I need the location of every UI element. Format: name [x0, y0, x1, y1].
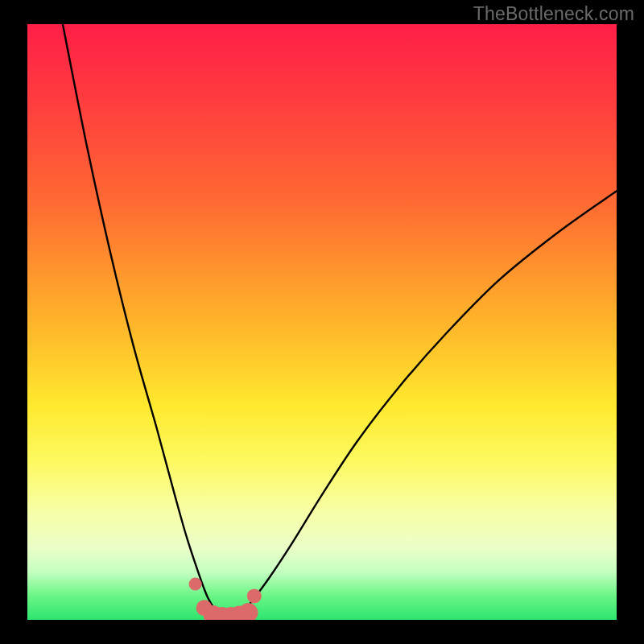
curves-svg [27, 24, 617, 620]
marker-dot [239, 603, 258, 620]
marker-dot [189, 578, 202, 591]
plot-area [27, 24, 617, 620]
marker-dot [247, 588, 262, 603]
chart-frame: TheBottleneck.com [0, 0, 644, 644]
marker-group [189, 578, 262, 620]
right-curve-path [240, 191, 617, 617]
watermark-text: TheBottleneck.com [473, 3, 634, 25]
left-curve-path [63, 24, 222, 617]
